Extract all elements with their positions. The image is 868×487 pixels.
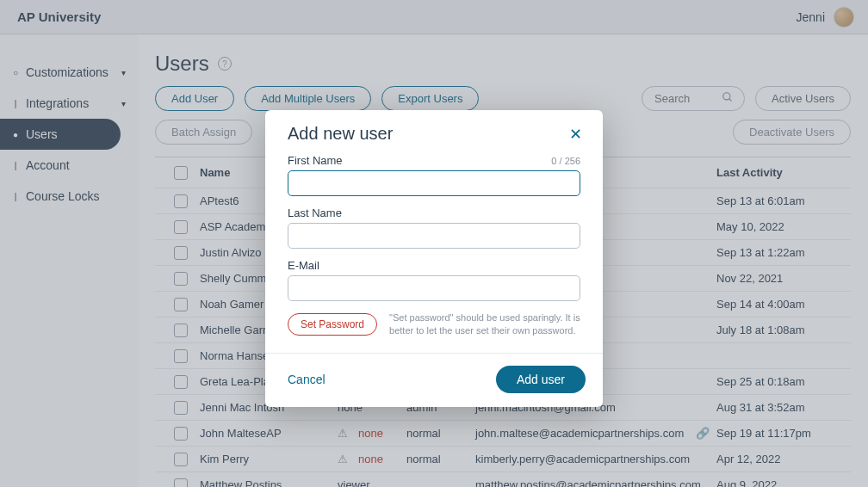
add-user-submit-button[interactable]: Add user bbox=[496, 366, 586, 393]
close-icon[interactable]: ✕ bbox=[569, 125, 582, 144]
email-label: E-Mail bbox=[288, 259, 319, 272]
char-count: 0 / 256 bbox=[551, 156, 580, 166]
email-field[interactable] bbox=[288, 275, 580, 301]
modal-overlay[interactable]: Add new user ✕ First Name 0 / 256 Last N… bbox=[0, 0, 868, 487]
last-name-field[interactable] bbox=[288, 223, 580, 249]
first-name-label: First Name bbox=[288, 154, 343, 167]
set-password-button[interactable]: Set Password bbox=[288, 313, 377, 336]
last-name-label: Last Name bbox=[288, 207, 342, 219]
modal-title: Add new user bbox=[288, 124, 393, 144]
password-hint: "Set password" should be used sparingly.… bbox=[389, 311, 580, 337]
first-name-field[interactable] bbox=[288, 170, 580, 196]
add-user-modal: Add new user ✕ First Name 0 / 256 Last N… bbox=[265, 110, 603, 407]
cancel-button[interactable]: Cancel bbox=[288, 373, 326, 386]
